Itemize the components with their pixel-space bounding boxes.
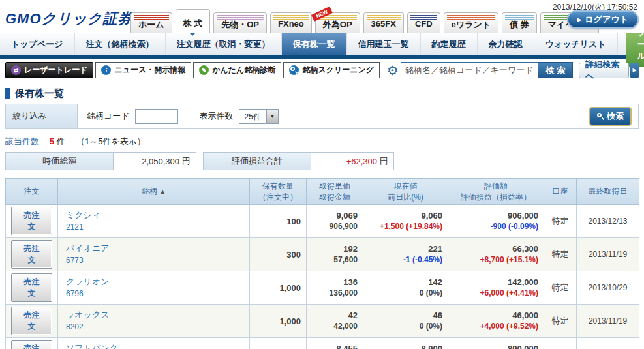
sort-asc-icon: ▲ [159,188,166,195]
laser-trade-button[interactable]: ⇄ レーザートレード [5,62,93,78]
market-value-box: 時価総額 2,050,300 円 [5,152,196,170]
stock-code[interactable]: 6796 [66,288,244,299]
market-value-cell: 2,050,300 円 [113,153,196,170]
stock-code-input[interactable] [135,109,178,124]
acq-price-cell: 8,455845,500 [307,338,363,349]
subnav-executions[interactable]: 約定履歴 [421,33,478,55]
stock-name-link[interactable]: パイオニア [66,243,244,255]
subnav-holdings[interactable]: 保有株一覧 [282,33,347,55]
active-tab-caret-icon [189,33,196,39]
quantity-cell: 1,000 [250,271,307,305]
stock-code[interactable]: 6773 [66,255,244,266]
stock-name-link[interactable]: クラリオン [66,276,244,288]
table-row: 売注文 ミクシィ 2121 100 9,069906,900 9,060 +1,… [6,205,639,238]
sub-nav: トップページ 注文（銘柄検索） 注文履歴（取消・変更） 保有株一覧 信用建玉一覧… [0,33,644,59]
col-name[interactable]: 銘柄 ▲ [58,179,250,205]
advanced-search-arrow-icon[interactable]: ▶ [630,63,639,78]
col-order: 注文 [6,179,58,205]
tab-label: CFD [415,19,433,29]
title-bar-icon [5,88,10,99]
current-price-cell: 9,060 +1,500 (+19.84%) [363,205,448,238]
per-page-select[interactable]: 25件 ▼ [239,109,279,124]
pl-value: +8,700 (+15.1%) [453,254,538,266]
stock-name-link[interactable]: ソフトバンク [66,342,244,349]
current-price-cell: 8,900 0 (0%) [363,338,448,349]
laser-trade-label: レーザートレード [24,65,87,76]
stock-code[interactable]: 2121 [66,222,244,233]
subnav-margin-positions[interactable]: 信用建玉一覧 [347,33,421,55]
tab-stripe [367,15,401,20]
main-tab-stock[interactable]: 株 式 [176,9,211,33]
symbol-search-input[interactable] [401,62,538,78]
total-pl-value: +62,300 [346,157,377,166]
symbol-search-group: ⚙ 検 索 詳細検索へ ▶ [387,62,639,78]
tab-stripe [134,15,169,20]
stock-diagnosis-button[interactable]: かんたん銘柄診断 [193,62,281,78]
sell-order-button[interactable]: 売注文 [11,240,52,269]
valuation-cell: 890,000 +44,500 (+5.26%) [448,338,544,349]
valuation-cell: 66,300 +8,700 (+15.1%) [448,238,544,271]
subnav-top-page[interactable]: トップページ [0,33,75,55]
market-value: 2,050,300 [142,157,179,166]
table-row: 売注文 クラリオン 6796 1,000 136136,000 142 0 (0… [6,271,639,305]
pl-value: -900 (-0.09%) [453,220,538,232]
col-valuation: 評価額評価損益（損益率） [448,179,544,205]
quantity-cell: 300 [250,238,307,271]
tab-stripe [447,15,495,20]
main-tab-gaitame-op[interactable]: NEW 外為OP [315,12,360,33]
day-change: -1 (-0.45%) [369,254,442,266]
tab-label: FXneo [278,19,304,29]
advanced-search-button[interactable]: 詳細検索へ [579,63,629,78]
stock-name-link[interactable]: ラオックス [66,309,244,322]
main-tab-365fx[interactable]: 365FX [363,12,404,33]
subnav-watchlist[interactable]: ウォッチリスト [534,33,618,55]
account-type: 特定 [544,338,577,349]
tab-label: 外為OP [323,20,352,29]
main-tab-home[interactable]: ホーム [130,12,172,33]
quantity-cell: 100 [250,338,307,349]
stock-code[interactable]: 8202 [66,322,244,333]
subnav-buying-power[interactable]: 余力確認 [478,33,534,55]
logout-label: ログアウト [585,14,628,25]
acq-date: 2013/12/09 [577,338,639,349]
news-disclosure-button[interactable]: i ニュース・開示情報 [95,62,191,78]
summary-row: 時価総額 2,050,300 円 評価損益合計 +62,300 円 [5,152,639,170]
main-tab-futures-op[interactable]: 先物・OP [213,12,267,33]
filter-right: 検索 [577,107,638,126]
page-title: 保有株一覧 [5,87,639,100]
main-tab-cfd[interactable]: CFD [407,12,440,33]
subnav-order-history[interactable]: 注文履歴（取消・変更） [166,33,282,55]
sell-order-button[interactable]: 売注文 [11,207,52,235]
symbol-search-button[interactable]: 検 索 [538,62,573,78]
day-change: +1,500 (+19.84%) [369,220,442,232]
tab-label: 株 式 [183,18,203,28]
current-price-cell: 142 0 (0%) [363,271,448,305]
col-account: 口座 [544,179,577,205]
magnifier-icon [289,65,299,75]
sell-order-button[interactable]: 売注文 [11,307,52,335]
stock-screening-button[interactable]: 銘柄スクリーニング [283,62,380,78]
info-icon: i [101,65,111,75]
stock-name-link[interactable]: ミクシィ [66,209,244,222]
filter-search-button[interactable]: 検索 [589,107,632,126]
valuation-cell: 906,000 -900 (-0.09%) [448,205,544,238]
sell-order-button[interactable]: 売注文 [11,340,52,349]
logout-button[interactable]: ▶ ログアウト [567,10,639,29]
filter-label: 絞り込み [6,104,78,128]
tab-stripe [217,15,264,20]
main-tab-ewarrant[interactable]: eワラント [444,12,498,33]
main-tab-fxneo[interactable]: FXneo [270,12,312,33]
tab-stripe [505,15,534,20]
acq-date: 2013/11/19 [577,238,639,271]
table-header-row: 注文 銘柄 ▲ 保有数量（注文中） 取得単価取得金額 現在値前日比(%) 評価額… [6,179,639,205]
col-quantity: 保有数量（注文中） [250,179,307,205]
magnifier-icon [597,113,604,120]
acq-date: 2013/12/13 [577,205,639,238]
total-pl-label: 評価損益合計 [204,153,311,170]
gear-icon[interactable]: ⚙ [387,63,399,78]
subnav-order[interactable]: 注文（銘柄検索） [75,33,166,55]
account-type: 特定 [544,238,577,271]
main-tab-bonds[interactable]: 債 券 [502,12,537,33]
sell-order-button[interactable]: 売注文 [11,273,52,302]
tab-label: eワラント [452,20,491,29]
